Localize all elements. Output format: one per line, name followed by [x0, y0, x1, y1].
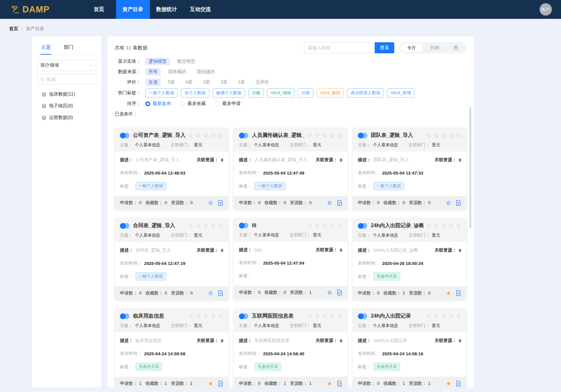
rating-star-icon[interactable] — [203, 314, 208, 319]
card-tag[interactable]: 无条件共享 — [254, 363, 281, 371]
favorite-star-icon[interactable] — [208, 200, 213, 205]
hot-tag-1[interactable]: 非个人数据 — [181, 88, 209, 98]
search-button[interactable]: 搜索 — [375, 42, 394, 53]
rating-star-icon[interactable] — [218, 133, 223, 138]
resource-doc-icon[interactable] — [337, 381, 342, 386]
resource-doc-icon[interactable] — [456, 381, 461, 386]
card-title[interactable]: 团队表_逻辑_导入 — [371, 132, 424, 139]
card-tag[interactable]: 一般个人数据 — [373, 182, 404, 190]
rating-star-icon[interactable] — [188, 314, 193, 319]
rating-star-icon[interactable] — [434, 133, 439, 138]
rating-star-icon[interactable] — [456, 223, 461, 229]
rating-star-icon[interactable] — [322, 314, 327, 319]
card-title[interactable]: 24h内入出院记录_诊断 — [371, 222, 424, 229]
rating-star-icon[interactable] — [337, 133, 342, 138]
filter-option-2[interactable]: 我创建的 — [193, 68, 218, 76]
rating-star-icon[interactable] — [330, 223, 335, 228]
rating-star-icon[interactable] — [449, 133, 454, 138]
filter-option-1[interactable]: 我收藏的 — [165, 68, 189, 76]
logical-model-toggle-icon[interactable] — [358, 132, 368, 139]
rating-star-icon[interactable] — [218, 223, 223, 229]
tree-item-2[interactable]: 运营数据(0) — [37, 112, 96, 124]
rating-star-icon[interactable] — [426, 223, 431, 229]
favorite-star-icon[interactable] — [327, 290, 332, 295]
rating-star-icon[interactable] — [315, 314, 320, 319]
tree-item-1[interactable]: 电子病历(0) — [37, 100, 96, 112]
rating-star-icon[interactable] — [188, 223, 193, 229]
rating-star-icon[interactable] — [315, 133, 320, 138]
user-avatar[interactable]: 租户 — [540, 3, 552, 16]
card-tag[interactable]: 一般个人数据 — [136, 182, 166, 190]
filter-option-0[interactable]: 所有 — [145, 68, 161, 76]
sort-option-0[interactable]: 最新发布 — [145, 101, 171, 107]
rating-star-icon[interactable] — [449, 314, 454, 319]
rating-star-icon[interactable] — [307, 133, 312, 138]
nav-item-3[interactable]: 互动交流 — [184, 0, 217, 19]
domain-select[interactable]: 医疗领域 — [37, 60, 96, 71]
rating-star-icon[interactable] — [315, 223, 320, 228]
rating-star-icon[interactable] — [196, 223, 201, 229]
rating-star-icon[interactable] — [211, 223, 216, 229]
rating-star-icon[interactable] — [441, 314, 446, 319]
rating-star-icon[interactable] — [330, 133, 335, 138]
rating-star-icon[interactable] — [441, 133, 446, 138]
resource-doc-icon[interactable] — [337, 290, 342, 295]
sidebar-search-input[interactable] — [47, 77, 93, 82]
rating-star-icon[interactable] — [203, 223, 208, 229]
card-tag[interactable]: 一般个人数据 — [136, 272, 166, 281]
hot-tag-6[interactable]: 0424_删除 — [317, 88, 344, 98]
nav-item-2[interactable]: 数据统计 — [150, 0, 184, 19]
rating-star-icon[interactable] — [330, 314, 335, 319]
rating-star-icon[interactable] — [307, 314, 312, 319]
favorite-star-icon[interactable] — [446, 200, 451, 205]
rating-star-icon[interactable] — [188, 133, 193, 138]
hot-tag-7[interactable]: 商业联系人数据 — [347, 88, 384, 98]
rating-star-icon[interactable] — [307, 223, 312, 228]
card-title[interactable]: III — [252, 223, 305, 229]
nav-item-0[interactable]: 首页 — [82, 0, 116, 19]
card-tag[interactable]: 无条件共享 — [373, 363, 400, 371]
logical-model-toggle-icon[interactable] — [358, 223, 368, 229]
filter-option-0[interactable]: 全选 — [145, 78, 161, 86]
favorite-star-icon[interactable] — [327, 200, 332, 205]
filter-option-1[interactable]: 5星 — [165, 78, 178, 86]
card-tag[interactable]: 无条件共享 — [136, 363, 163, 371]
card-title[interactable]: 合同表_逻辑_导入 — [133, 222, 186, 229]
rating-star-icon[interactable] — [322, 133, 327, 138]
logical-model-toggle-icon[interactable] — [120, 313, 130, 320]
logical-model-toggle-icon[interactable] — [239, 132, 249, 139]
sidebar-tab-1[interactable]: 部门 — [63, 42, 74, 55]
rating-star-icon[interactable] — [218, 314, 223, 319]
logical-model-toggle-icon[interactable] — [358, 313, 368, 320]
card-title[interactable]: 互联网医院信息表 — [252, 313, 305, 320]
view-option-1[interactable]: 列表 — [423, 43, 447, 53]
hot-tag-2[interactable]: 敏感个人数据 — [213, 88, 245, 98]
logical-model-toggle-icon[interactable] — [120, 132, 130, 139]
hot-tag-8[interactable]: 0424_新增 — [387, 88, 414, 98]
rating-star-icon[interactable] — [322, 223, 327, 228]
breadcrumb-item-1[interactable]: 资产目录 — [26, 26, 44, 32]
rating-star-icon[interactable] — [449, 223, 454, 229]
tree-item-0[interactable]: 临床数据(11) — [37, 88, 96, 100]
favorite-star-icon[interactable] — [208, 381, 213, 386]
filter-option-4[interactable]: 2星 — [217, 78, 231, 86]
vertical-scrollbar[interactable] — [469, 107, 471, 228]
resource-doc-icon[interactable] — [337, 200, 342, 206]
resource-doc-icon[interactable] — [218, 290, 223, 296]
rating-star-icon[interactable] — [441, 223, 446, 229]
hot-tag-0[interactable]: 一般个人数据 — [145, 88, 178, 98]
sidebar-tab-0[interactable]: 主题 — [40, 42, 51, 55]
sort-option-1[interactable]: 最多收藏 — [180, 101, 206, 107]
nav-item-1[interactable]: 资产目录 — [116, 0, 150, 19]
rating-star-icon[interactable] — [337, 314, 342, 319]
resource-doc-icon[interactable] — [218, 200, 223, 206]
rating-star-icon[interactable] — [426, 314, 431, 319]
resource-doc-icon[interactable] — [456, 200, 461, 206]
favorite-star-icon[interactable] — [446, 291, 451, 296]
hot-tag-4[interactable]: 0424_编辑 — [267, 88, 294, 98]
filter-option-3[interactable]: 3星 — [200, 78, 214, 86]
card-title[interactable]: 人员属性确认表_逻辑_导入 — [252, 132, 305, 139]
logical-model-toggle-icon[interactable] — [239, 222, 249, 229]
card-title[interactable]: 临床用血信息 — [133, 313, 186, 320]
card-title[interactable]: 24h内入出院记录 — [371, 313, 424, 320]
